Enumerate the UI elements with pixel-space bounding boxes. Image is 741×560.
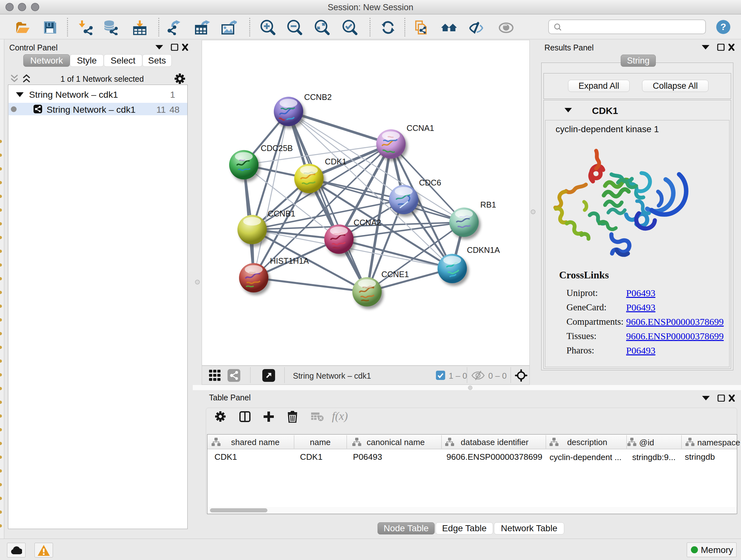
- svg-text:CCNB1: CCNB1: [268, 209, 295, 218]
- svg-text:CCNB2: CCNB2: [304, 92, 332, 102]
- svg-text:?: ?: [720, 21, 726, 32]
- svg-text:CDKN1A: CDKN1A: [467, 246, 500, 254]
- svg-text:CCNA2: CCNA2: [354, 218, 381, 227]
- svg-text:CCNE1: CCNE1: [381, 270, 409, 279]
- svg-text:CDC6: CDC6: [419, 178, 441, 187]
- svg-text:CDC25B: CDC25B: [261, 144, 293, 152]
- svg-text:CCNA1: CCNA1: [407, 124, 434, 132]
- svg-text:CDK1: CDK1: [325, 157, 347, 166]
- svg-text:HIST1H1A: HIST1H1A: [270, 256, 309, 265]
- svg-text:RB1: RB1: [480, 200, 496, 209]
